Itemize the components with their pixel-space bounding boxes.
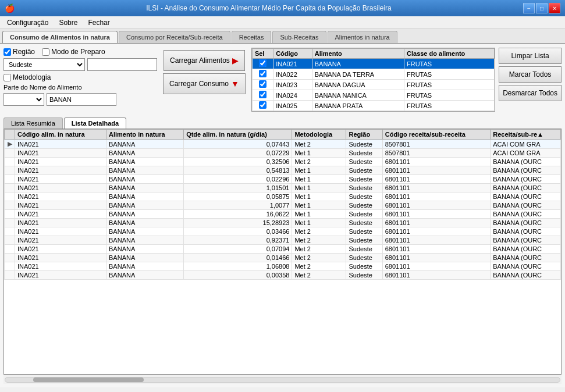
row-arrow-cell <box>5 236 15 245</box>
row-receita: BANANA (OURC <box>491 245 561 254</box>
data-table-row[interactable]: INA021 BANANA 0,07229 Met 1 Sudeste 8507… <box>5 149 561 158</box>
metodologia-label: Metodologia <box>13 73 51 81</box>
data-table-row[interactable]: INA021 BANANA 0,01466 Met 2 Sudeste 6801… <box>5 254 561 262</box>
data-table-row[interactable]: INA021 BANANA 0,54813 Met 1 Sudeste 6801… <box>5 166 561 175</box>
menu-fechar[interactable]: Fechar <box>83 17 114 28</box>
col-codigo-natura: Código alim. in natura <box>15 130 106 140</box>
tab-lista-resumida[interactable]: Lista Resumida <box>3 117 63 129</box>
tab-lista-detalhada[interactable]: Lista Detalhada <box>64 117 126 129</box>
row-arrow-cell <box>5 201 15 210</box>
food-sel-checkbox[interactable] <box>259 70 266 77</box>
row-qtde: 16,0622 <box>184 210 292 219</box>
regiao-checkbox-label[interactable]: Região <box>3 48 35 56</box>
food-sel-checkbox[interactable] <box>259 101 266 109</box>
regiao-dropdown[interactable]: Sudeste Norte Nordeste Sul Centro-Oeste <box>3 58 85 71</box>
metodologia-dropdown-row <box>3 93 157 106</box>
tab-consumo-receita[interactable]: Consumo por Receita/Sub-receita <box>119 31 230 43</box>
regiao-checkbox[interactable] <box>3 48 11 56</box>
data-table-row[interactable]: INA021 BANANA 1,06808 Met 2 Sudeste 6801… <box>5 262 561 271</box>
row-regiao: Sudeste <box>346 158 382 166</box>
window-title: ILSI - Análise do Consumo Alimentar Médi… <box>15 4 523 12</box>
row-receita: BANANA (OURC <box>491 254 561 262</box>
buttons-panel: Carregar Alimentos ▶ Carregar Consumo ▼ <box>161 48 248 97</box>
row-qtde: 0,54813 <box>184 166 292 175</box>
data-table-row[interactable]: INA021 BANANA 0,92371 Met 2 Sudeste 6801… <box>5 236 561 245</box>
bottom-scrollbar[interactable] <box>3 375 562 384</box>
data-table-row[interactable]: INA021 BANANA 0,32506 Met 2 Sudeste 6801… <box>5 158 561 166</box>
data-table-row[interactable]: INA021 BANANA 0,00358 Met 2 Sudeste 6801… <box>5 271 561 280</box>
data-table-row[interactable]: INA021 BANANA 0,02296 Met 1 Sudeste 6801… <box>5 175 561 184</box>
parte-nome-input[interactable] <box>47 93 116 106</box>
data-table-row[interactable]: INA021 BANANA 0,03466 Met 2 Sudeste 6801… <box>5 227 561 236</box>
minimize-button[interactable]: − <box>523 3 535 13</box>
menu-configuracao[interactable]: Configuração <box>2 17 53 28</box>
metodologia-dropdown[interactable] <box>3 93 44 106</box>
data-table-container[interactable]: Código alim. in natura Alimento in natur… <box>3 129 562 375</box>
row-cod-receita: 6801101 <box>382 271 491 280</box>
row-met: Met 2 <box>292 262 346 271</box>
modo-preparo-checkbox-label[interactable]: Modo de Preparo <box>42 48 105 56</box>
row-qtde: 1,01501 <box>184 184 292 193</box>
row-met: Met 1 <box>292 184 346 193</box>
carregar-alimentos-button[interactable]: Carregar Alimentos ▶ <box>164 50 245 71</box>
row-arrow-cell <box>5 184 15 193</box>
food-list-row[interactable]: INA021 BANANA FRUTAS <box>252 59 494 69</box>
desmarcar-todos-button[interactable]: Desmarcar Todos <box>499 85 562 101</box>
food-list-row[interactable]: INA025 BANANA PRATA FRUTAS <box>252 101 494 111</box>
row-codigo: INA021 <box>15 236 106 245</box>
row-codigo: INA021 <box>15 210 106 219</box>
tab-receitas[interactable]: Receitas <box>232 31 272 43</box>
metodologia-checkbox-label[interactable]: Metodologia <box>3 73 51 81</box>
row-receita: BANANA (OURC <box>491 227 561 236</box>
row-alimento: BANANA <box>106 193 184 201</box>
data-table-row[interactable]: INA021 BANANA 16,0622 Met 1 Sudeste 6801… <box>5 210 561 219</box>
parte-nome-row: Parte do Nome do Alimento <box>3 84 157 91</box>
data-table-row[interactable]: INA021 BANANA 0,07094 Met 2 Sudeste 6801… <box>5 245 561 254</box>
food-sel-checkbox[interactable] <box>259 59 266 67</box>
row-regiao: Sudeste <box>346 262 382 271</box>
metodologia-checkbox[interactable] <box>3 74 11 81</box>
modo-preparo-checkbox[interactable] <box>42 48 49 56</box>
row-met: Met 2 <box>292 158 346 166</box>
row-receita: BANANA (OURC <box>491 166 561 175</box>
food-list-row[interactable]: INA022 BANANA DA TERRA FRUTAS <box>252 69 494 80</box>
food-list-row[interactable]: INA024 BANANA NANICA FRUTAS <box>252 90 494 101</box>
limpar-lista-button[interactable]: Limpar Lista <box>499 48 562 64</box>
row-met: Met 2 <box>292 254 346 262</box>
row-cod-receita: 6801101 <box>382 158 491 166</box>
row-arrow-cell <box>5 245 15 254</box>
food-classe-cell: FRUTAS <box>404 69 495 80</box>
data-table-row[interactable]: INA021 BANANA 0,05875 Met 1 Sudeste 6801… <box>5 193 561 201</box>
data-table-row[interactable]: INA021 BANANA 15,28923 Met 1 Sudeste 680… <box>5 219 561 227</box>
row-qtde: 0,05875 <box>184 193 292 201</box>
scrollbar-thumb[interactable] <box>33 377 144 382</box>
data-table-row[interactable]: INA021 BANANA 1,01501 Met 1 Sudeste 6801… <box>5 184 561 193</box>
close-button[interactable]: ✕ <box>549 3 560 13</box>
col-regiao: Região <box>346 130 382 140</box>
marcar-todos-button[interactable]: Marcar Todos <box>499 66 562 83</box>
carregar-consumo-button[interactable]: Carregar Consumo ▼ <box>163 73 246 94</box>
row-cod-receita: 6801101 <box>382 219 491 227</box>
row-met: Met 2 <box>292 140 346 149</box>
food-codigo-cell: INA023 <box>273 80 312 90</box>
maximize-button[interactable]: □ <box>536 3 548 13</box>
modo-preparo-input[interactable] <box>87 58 157 71</box>
row-regiao: Sudeste <box>346 140 382 149</box>
food-sel-checkbox[interactable] <box>259 80 266 88</box>
row-receita: BANANA (OURC <box>491 210 561 219</box>
row-alimento: BANANA <box>106 184 184 193</box>
scrollbar-track[interactable] <box>5 377 560 383</box>
row-arrow-cell <box>5 254 15 262</box>
food-list-row[interactable]: INA023 BANANA DAGUA FRUTAS <box>252 80 494 90</box>
tab-alimentos-natura[interactable]: Alimentos in natura <box>328 31 397 43</box>
food-codigo-cell: INA025 <box>273 101 312 111</box>
tab-sub-receitas[interactable]: Sub-Receitas <box>272 31 326 43</box>
menu-sobre[interactable]: Sobre <box>54 17 82 28</box>
row-cod-receita: 6801101 <box>382 227 491 236</box>
food-sel-checkbox[interactable] <box>259 91 266 98</box>
row-codigo: INA021 <box>15 271 106 280</box>
tab-consumo-alimentos[interactable]: Consumo de Alimentos in natura <box>2 31 118 43</box>
data-table-row[interactable]: ▶ INA021 BANANA 0,07443 Met 2 Sudeste 85… <box>5 140 561 149</box>
data-table-row[interactable]: INA021 BANANA 1,0077 Met 1 Sudeste 68011… <box>5 201 561 210</box>
food-list-container[interactable]: Sel Código Alimento Classe do alimento I… <box>251 48 495 112</box>
